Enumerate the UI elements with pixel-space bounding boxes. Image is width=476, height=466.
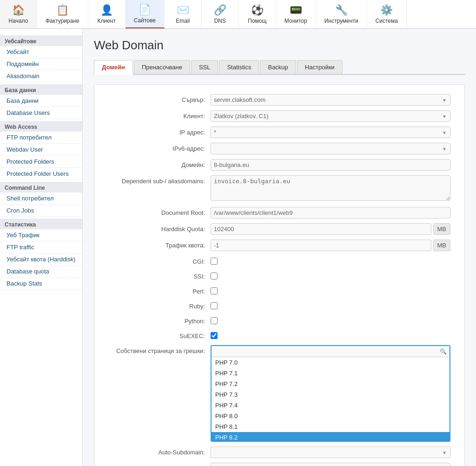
sidebar-item-protected-folders[interactable]: Protected Folders (0, 156, 82, 168)
ssl-select-wrapper (211, 463, 450, 466)
ip-select-wrapper: * (211, 126, 450, 138)
php-option-74[interactable]: PHP 7.4 (212, 400, 450, 411)
nav-email-label: Email (176, 18, 190, 24)
sidebar-item-ftp-user[interactable]: FTP потребител (0, 132, 82, 144)
nav-system[interactable]: ⚙️ Система (367, 0, 407, 28)
sidebar-item-shell-user[interactable]: Shell потребител (0, 193, 82, 205)
sidebar-item-database[interactable]: База данни (0, 95, 82, 107)
suexec-label: SuEXEC: (108, 330, 211, 340)
auto-subdomain-row: Auto-Subdomain: (108, 446, 450, 458)
nav-sites[interactable]: 📄 Сайтове (126, 0, 165, 28)
tab-backup[interactable]: Backup (260, 60, 296, 74)
sidebar-item-backup-stats[interactable]: Backup Stats (0, 278, 82, 290)
tab-statistics[interactable]: Statistics (219, 60, 259, 74)
ip-select[interactable]: * (211, 126, 450, 138)
client-select-wrapper: Zlatkov (zlatkov. C1) (211, 110, 450, 122)
ssi-checkbox[interactable] (211, 273, 218, 280)
nav-help-label: Помощ (248, 18, 266, 24)
nav-monitor[interactable]: 📟 Монитор (276, 0, 316, 28)
quota-row: Harddisk Quota: MB (108, 223, 450, 235)
server-label: Сървър: (108, 94, 211, 103)
perl-label: Perl: (108, 286, 211, 295)
ip-control: * (211, 126, 450, 138)
ip-row: IP адрес: * (108, 126, 450, 138)
python-checkbox[interactable] (211, 317, 218, 324)
tab-ssl[interactable]: SSL (191, 60, 218, 74)
php-option-82[interactable]: PHP 8.2 (212, 432, 450, 441)
sidebar-item-database-users[interactable]: Database Users (0, 107, 82, 119)
domain-label: Домейн: (108, 159, 211, 168)
top-navigation: 🏠 Начало 📋 Фактуриране 👤 Клиент 📄 Сайтов… (0, 0, 476, 29)
python-control (211, 315, 450, 326)
auto-subdomain-select[interactable] (211, 446, 450, 458)
sidebar-item-db-quota[interactable]: Database quota (0, 266, 82, 278)
ssl-select[interactable] (211, 463, 450, 466)
ipv6-select[interactable] (211, 143, 450, 154)
quota-control: MB (211, 223, 450, 235)
php-option-72[interactable]: PHP 7.2 (212, 379, 450, 389)
traffic-row: Трафик квота: MB (108, 240, 450, 251)
sidebar-item-protected-folder-users[interactable]: Protected Folder Users (0, 168, 82, 180)
suexec-checkbox[interactable] (211, 332, 218, 339)
traffic-unit: MB (433, 240, 451, 251)
ip-label: IP адрес: (108, 126, 211, 136)
sidebar-section-webaccess: Web Access (0, 121, 82, 132)
ssl-control (211, 463, 450, 466)
domain-control (211, 159, 450, 171)
help-icon: ⚽ (251, 4, 264, 16)
sidebar-item-website[interactable]: Уебсайт (0, 46, 82, 58)
nav-help[interactable]: ⚽ Помощ (239, 0, 276, 28)
traffic-input[interactable] (211, 240, 431, 251)
client-control: Zlatkov (zlatkov. C1) (211, 110, 450, 122)
dropdown-search-input[interactable] (212, 346, 450, 357)
nav-email[interactable]: ✉️ Email (165, 0, 202, 28)
ruby-control (211, 300, 450, 311)
sidebar-item-webdav[interactable]: Webdav User (0, 144, 82, 156)
perl-checkbox[interactable] (211, 287, 218, 294)
ipv6-select-wrapper (211, 143, 450, 154)
sidebar-item-website-quota[interactable]: Уебсайт квота (Harddisk) (0, 253, 82, 266)
php-option-80[interactable]: PHP 8.0 (212, 411, 450, 421)
sidebar: Уебсайтове Уебсайт Поддомейн Aliasdomain… (0, 29, 83, 466)
auto-subdomain-label: Auto-Subdomain: (108, 446, 211, 456)
sidebar-item-subdomain[interactable]: Поддомейн (0, 58, 82, 70)
nav-billing[interactable]: 📋 Фактуриране (37, 0, 88, 28)
quota-input[interactable] (211, 223, 431, 235)
ssl-label: SSL: (108, 463, 211, 466)
tab-settings[interactable]: Настройки (297, 60, 343, 74)
client-select[interactable]: Zlatkov (zlatkov. C1) (211, 110, 450, 122)
cgi-checkbox[interactable] (211, 258, 218, 265)
nav-client[interactable]: 👤 Клиент (88, 0, 126, 28)
ruby-checkbox[interactable] (211, 302, 218, 309)
traffic-control: MB (211, 240, 450, 251)
php-option-71[interactable]: PHP 7.1 (212, 368, 450, 379)
sidebar-item-web-traffic[interactable]: Уеб Трафик (0, 229, 82, 241)
server-select[interactable]: server.claksoft.com (211, 94, 450, 106)
nav-tools[interactable]: 🔧 Инструменти (316, 0, 367, 28)
search-icon: 🔍 (440, 348, 447, 355)
ipv6-row: IPv6-адрес: (108, 143, 450, 154)
docroot-input[interactable] (211, 207, 450, 219)
tab-domain[interactable]: Домейн (94, 60, 133, 75)
dns-icon: 🔗 (214, 4, 226, 16)
php-option-73[interactable]: PHP 7.3 (212, 389, 450, 400)
ruby-row: Ruby: (108, 300, 450, 311)
domain-input[interactable] (211, 159, 450, 171)
dependent-textarea[interactable]: invoice.8-bulgaria.eu (211, 175, 450, 201)
nav-monitor-label: Монитор (284, 18, 307, 24)
home-icon: 🏠 (12, 4, 25, 16)
php-option-81[interactable]: PHP 8.1 (212, 421, 450, 432)
nav-dns[interactable]: 🔗 DNS (202, 0, 239, 28)
nav-home[interactable]: 🏠 Начало (0, 0, 37, 28)
custom-error-dropdown[interactable]: 🔍 PHP 7.0 PHP 7.1 PHP 7.2 PHP 7.3 PHP 7.… (211, 345, 450, 442)
tab-redirect[interactable]: Пренасочване (134, 60, 190, 74)
dependent-row: Dependent sub-/ aliasdomains: invoice.8-… (108, 175, 450, 202)
sidebar-item-cron-jobs[interactable]: Cron Jobs (0, 205, 82, 217)
php-option-70[interactable]: PHP 7.0 (212, 357, 450, 368)
sidebar-item-aliasdomain[interactable]: Aliasdomain (0, 70, 82, 82)
sidebar-section-database: База данни (0, 84, 82, 95)
sidebar-item-ftp-traffic[interactable]: FTP traffic (0, 241, 82, 253)
cgi-label: CGI: (108, 256, 211, 265)
tools-icon: 🔧 (335, 4, 348, 16)
system-icon: ⚙️ (380, 4, 393, 16)
